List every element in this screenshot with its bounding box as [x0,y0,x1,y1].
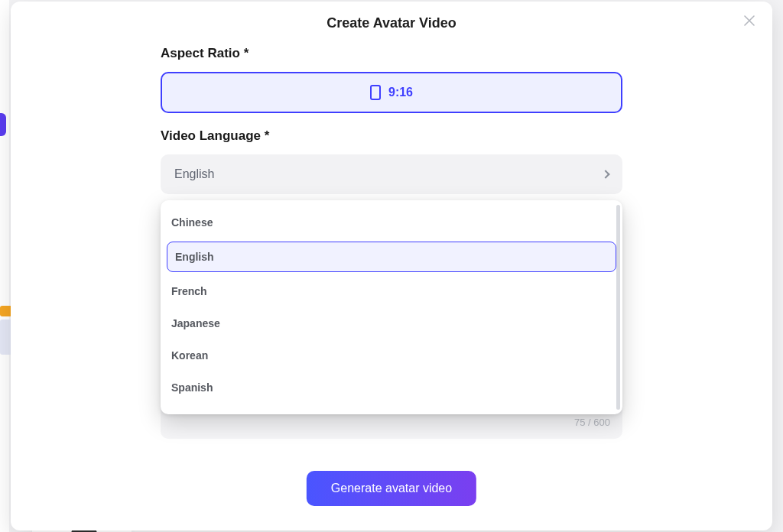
close-button[interactable] [740,12,759,31]
generate-avatar-button[interactable]: Generate avatar video [307,471,476,506]
char-counter: 75 / 600 [574,417,610,428]
language-option-japanese[interactable]: Japanese [161,307,622,339]
portrait-rect-icon [370,85,381,100]
video-language-value: English [174,167,214,181]
aspect-ratio-value: 9:16 [388,86,413,99]
video-language-label: Video Language * [161,128,622,144]
language-option-chinese[interactable]: Chinese [161,206,622,238]
language-option-french[interactable]: French [161,275,622,307]
modal-title: Create Avatar Video [11,2,772,31]
language-option-english[interactable]: English [167,242,616,272]
close-icon [744,15,755,28]
language-option-spanish[interactable]: Spanish [161,371,622,404]
aspect-ratio-label: Aspect Ratio * [161,46,622,61]
bg-accent-chip [0,113,6,136]
language-option-korean[interactable]: Korean [161,339,622,371]
chevron-right-icon [601,170,609,178]
language-dropdown: Chinese English French Japanese Korean S… [161,200,622,414]
aspect-ratio-option[interactable]: 9:16 [161,72,622,113]
create-avatar-modal: Create Avatar Video Aspect Ratio * 9:16 … [11,2,772,530]
bg-strip [0,0,9,532]
video-language-select[interactable]: English [161,154,622,194]
